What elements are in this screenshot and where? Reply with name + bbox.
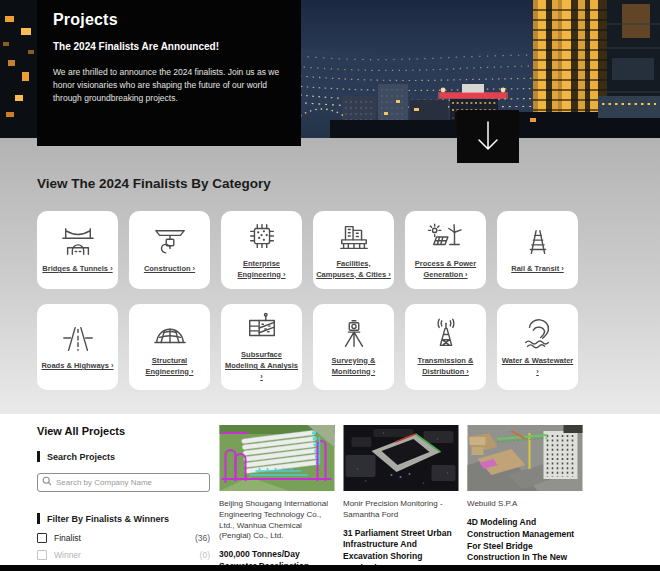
category-card-surveying-monitoring[interactable]: Surveying & Monitoring ›: [313, 304, 394, 390]
project-card: Beijing Shougang International Engineeri…: [219, 425, 335, 567]
category-card-enterprise-engineering[interactable]: Enterprise Engineering ›: [221, 211, 302, 289]
search-input[interactable]: [37, 473, 210, 492]
category-label: Water & Wastewater ›: [500, 356, 575, 378]
winner-checkbox: [37, 550, 47, 560]
search-projects-label: Search Projects: [37, 451, 210, 462]
filter-row-finalist: Finalist (36): [37, 533, 210, 543]
category-card-subsurface-modeling-analysis[interactable]: Subsurface Modeling & Analysis ›: [221, 304, 302, 390]
filter-count: (36): [195, 533, 210, 543]
highway-icon: [58, 322, 98, 356]
search-icon: [42, 476, 52, 486]
subsurface-section-icon: [242, 311, 282, 345]
project-title: 31 Parliament Street Urban Infrastructur…: [343, 528, 459, 567]
category-card-bridges-tunnels[interactable]: Bridges & Tunnels ›: [37, 211, 118, 289]
category-label: Rail & Transit ›: [511, 264, 564, 275]
category-label: Enterprise Engineering ›: [224, 259, 299, 281]
hero-subtitle: The 2024 Finalists Are Announced!: [53, 41, 285, 52]
category-card-process-power-generation[interactable]: Process & Power Generation ›: [405, 211, 486, 289]
project-thumbnail-desalination-plant-render[interactable]: [219, 425, 335, 491]
hero-description: We are thrilled to announce the 2024 fin…: [53, 66, 287, 106]
category-card-rail-transit[interactable]: Rail & Transit ›: [497, 211, 578, 289]
projects-sidebar: View All Projects Search Projects Filter…: [37, 425, 210, 567]
down-arrow-icon: [475, 119, 501, 155]
search-box: [37, 471, 210, 490]
crane-hook-icon: [150, 225, 190, 259]
project-title: 4D Modeling And Construction Management …: [467, 517, 583, 567]
project-thumbnail-construction-site-render[interactable]: [467, 425, 583, 491]
projects-page: Projects The 2024 Finalists Are Announce…: [0, 0, 660, 571]
categories-heading: View The 2024 Finalists By Category: [37, 176, 660, 191]
water-pipe-icon: [518, 317, 558, 351]
bridge-tunnel-icon: [58, 225, 98, 259]
hero-section: Projects The 2024 Finalists Are Announce…: [0, 0, 660, 138]
category-card-roads-highways[interactable]: Roads & Highways ›: [37, 304, 118, 390]
category-card-construction[interactable]: Construction ›: [129, 211, 210, 289]
hero-panel: Projects The 2024 Finalists Are Announce…: [37, 0, 301, 146]
projects-heading: View All Projects: [37, 425, 210, 437]
project-cards: Beijing Shougang International Engineeri…: [219, 425, 583, 567]
categories-section: View The 2024 Finalists By Category Brid…: [0, 138, 660, 390]
filter-option-label: Winner: [54, 550, 81, 560]
filter-option-label: Finalist: [54, 533, 81, 543]
category-label: Transmission & Distribution ›: [408, 356, 483, 378]
category-label: Roads & Highways ›: [41, 361, 113, 372]
category-card-structural-engineering[interactable]: Structural Engineering ›: [129, 304, 210, 390]
radio-tower-icon: [426, 317, 466, 351]
city-buildings-icon: [334, 220, 374, 254]
category-label: Surveying & Monitoring ›: [316, 356, 391, 378]
category-label: Facilities, Campuses, & Cities ›: [316, 259, 391, 281]
category-label: Bridges & Tunnels ›: [42, 264, 112, 275]
category-card-water-wastewater[interactable]: Water & Wastewater ›: [497, 304, 578, 390]
finalist-checkbox[interactable]: [37, 533, 47, 543]
category-label: Subsurface Modeling & Analysis ›: [224, 350, 299, 383]
category-card-facilities-campuses-cities[interactable]: Facilities, Campuses, & Cities ›: [313, 211, 394, 289]
project-card: Webuild S.P.A 4D Modeling And Constructi…: [467, 425, 583, 567]
microchip-icon: [242, 220, 282, 254]
project-card: Monir Precision Monitoring - Samantha Fo…: [343, 425, 459, 567]
category-label: Process & Power Generation ›: [408, 259, 483, 281]
railway-tracks-icon: [518, 225, 558, 259]
all-projects-section: View All Projects Search Projects Filter…: [0, 414, 660, 567]
category-card-transmission-distribution[interactable]: Transmission & Distribution ›: [405, 304, 486, 390]
bottom-edge-bar: [0, 565, 660, 571]
filter-row-winner: Winner (0): [37, 550, 210, 560]
category-grid: Bridges & Tunnels › Construction ›: [37, 211, 578, 390]
survey-station-icon: [334, 317, 374, 351]
project-company: Monir Precision Monitoring - Samantha Fo…: [343, 499, 459, 521]
project-thumbnail-excavation-point-cloud[interactable]: [343, 425, 459, 491]
scroll-down-button[interactable]: [457, 110, 519, 163]
project-company: Webuild S.P.A: [467, 499, 583, 510]
filter-label: Filter By Finalists & Winners: [37, 513, 210, 524]
renewable-energy-icon: [426, 220, 466, 254]
category-label: Structural Engineering ›: [132, 356, 207, 378]
geodesic-dome-icon: [150, 317, 190, 351]
filter-count: (0): [200, 550, 210, 560]
category-label: Construction ›: [144, 264, 195, 275]
project-company: Beijing Shougang International Engineeri…: [219, 499, 335, 542]
page-title: Projects: [53, 11, 285, 29]
